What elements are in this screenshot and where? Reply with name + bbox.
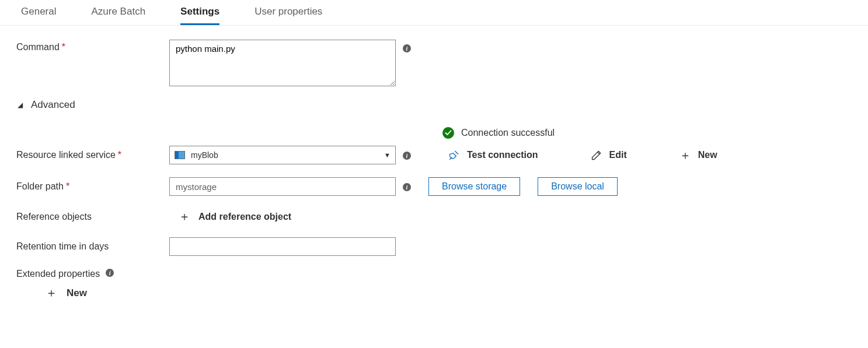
plus-icon: ＋ bbox=[179, 209, 190, 224]
pencil-icon bbox=[591, 149, 602, 161]
chevron-down-icon: ▼ bbox=[384, 152, 391, 159]
resource-linked-service-dropdown[interactable]: myBlob ▼ bbox=[169, 146, 396, 164]
test-connection-button[interactable]: Test connection bbox=[448, 149, 538, 161]
info-icon[interactable]: i bbox=[403, 183, 411, 191]
tab-user-properties[interactable]: User properties bbox=[255, 6, 322, 23]
folder-path-label: Folder path* bbox=[16, 181, 169, 192]
advanced-toggle[interactable]: ◢ Advanced bbox=[18, 99, 868, 111]
folder-path-input[interactable] bbox=[169, 177, 396, 196]
connection-status-text: Connection successful bbox=[461, 128, 555, 138]
info-icon[interactable]: i bbox=[106, 269, 114, 277]
connection-status: Connection successful bbox=[442, 127, 868, 139]
storage-icon bbox=[175, 151, 185, 159]
extended-properties-new-button[interactable]: ＋ New bbox=[46, 285, 868, 301]
command-input[interactable]: python main.py bbox=[169, 40, 396, 86]
edit-button[interactable]: Edit bbox=[591, 149, 627, 161]
resource-linked-service-label: Resource linked service* bbox=[16, 150, 169, 160]
command-label: Command* bbox=[16, 40, 169, 52]
plus-icon: ＋ bbox=[679, 147, 691, 163]
info-icon[interactable]: i bbox=[403, 152, 411, 160]
reference-objects-label: Reference objects bbox=[16, 212, 169, 222]
info-icon[interactable]: i bbox=[403, 44, 411, 52]
tab-bar: General Azure Batch Settings User proper… bbox=[0, 0, 868, 26]
tab-general[interactable]: General bbox=[21, 6, 56, 23]
add-reference-object-button[interactable]: ＋ Add reference object bbox=[179, 209, 291, 224]
tab-azure-batch[interactable]: Azure Batch bbox=[91, 6, 145, 23]
new-button[interactable]: ＋ New bbox=[679, 147, 717, 163]
retention-label: Retention time in days bbox=[16, 241, 169, 252]
tab-settings[interactable]: Settings bbox=[180, 6, 219, 25]
resource-linked-service-value: myBlob bbox=[191, 150, 218, 160]
success-check-icon bbox=[442, 127, 454, 139]
settings-form: Command* python main.py i ◢ Advanced Con… bbox=[0, 26, 868, 301]
collapse-icon: ◢ bbox=[18, 101, 23, 109]
extended-properties-label: Extended properties i bbox=[16, 269, 169, 279]
plus-icon: ＋ bbox=[46, 285, 57, 301]
plug-icon bbox=[448, 149, 460, 161]
browse-local-button[interactable]: Browse local bbox=[538, 177, 618, 196]
browse-storage-button[interactable]: Browse storage bbox=[428, 177, 520, 196]
retention-input[interactable] bbox=[169, 237, 396, 256]
